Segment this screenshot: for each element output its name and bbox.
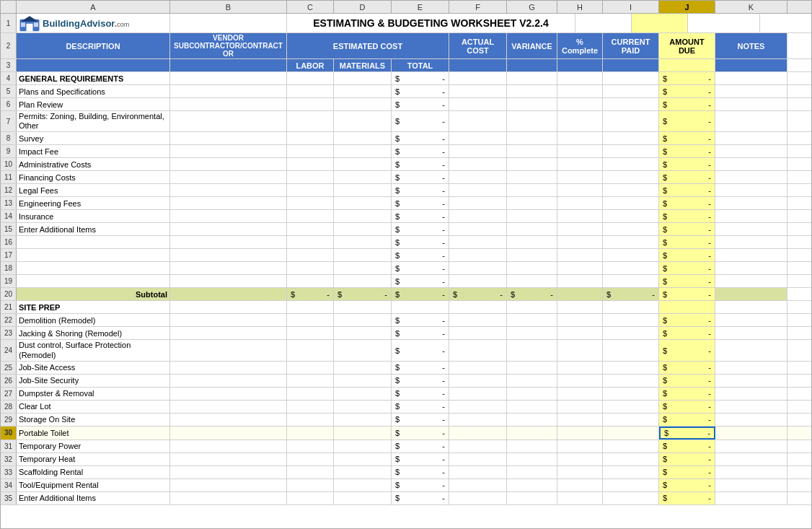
rownum-1: 1 — [1, 14, 17, 32]
rownum-15: 15 — [1, 223, 17, 235]
row-28: 28 Clear Lot $- $- — [1, 401, 811, 414]
rownum-33: 33 — [1, 466, 17, 478]
col-header-a[interactable]: A — [17, 1, 170, 13]
row-29: 29 Storage On Site $- $- — [1, 414, 811, 427]
rownum-30: 30 — [1, 427, 17, 440]
header-amount-due: AMOUNT DUE — [659, 33, 715, 58]
row-12: 12 Legal Fees $- $- — [1, 184, 811, 197]
rownum-27: 27 — [1, 388, 17, 400]
row-31: 31 Temporary Power $- $- — [1, 440, 811, 453]
rownum-34: 34 — [1, 479, 17, 491]
svg-rect-3 — [21, 22, 25, 27]
row-21: 21 SITE PREP — [1, 301, 811, 314]
rownum-25: 25 — [1, 362, 17, 374]
row1-b — [170, 14, 287, 32]
row-3: 3 LABOR MATERIALS TOTAL — [1, 59, 811, 72]
row-22: 22 Demolition (Remodel) $- $- — [1, 314, 811, 327]
rownum-20: 20 — [1, 288, 17, 300]
row-24: 24 Dust control, Surface Protection (Rem… — [1, 340, 811, 361]
rownum-14: 14 — [1, 210, 17, 222]
header-materials: MATERIALS — [334, 59, 392, 71]
row-1: 1 BuildingAdvisor.com EST — [1, 14, 811, 33]
rownum-9: 9 — [1, 145, 17, 157]
row-33: 33 Scaffolding Rental $- $- — [1, 466, 811, 479]
col-header-e[interactable]: E — [392, 1, 449, 13]
col-header-b[interactable]: B — [170, 1, 287, 13]
col-header-j[interactable]: J — [659, 1, 715, 13]
rownum-18: 18 — [1, 262, 17, 274]
rownum-35: 35 — [1, 492, 17, 504]
col-header-c[interactable]: C — [287, 1, 334, 13]
rownum-23: 23 — [1, 327, 17, 339]
rownum-19: 19 — [1, 275, 17, 287]
row-30: 30 Portable Toilet $- $- — [1, 427, 811, 440]
row-13: 13 Engineering Fees $- $- — [1, 197, 811, 210]
rownum-17: 17 — [1, 249, 17, 261]
row-2: 2 DESCRIPTION VENDOR SUBCONTRACTOR/CONTR… — [1, 33, 811, 59]
rownum-2: 2 — [1, 33, 17, 58]
header-variance: VARIANCE — [507, 33, 557, 58]
col-header-h[interactable]: H — [557, 1, 603, 13]
rownum-6: 6 — [1, 98, 17, 110]
title-cell: ESTIMATING & BUDGETING WORKSHEET V2.2.4 — [287, 14, 575, 32]
row-6: 6 Plan Review $- $- — [1, 98, 811, 111]
row-16: 16 $- $- — [1, 236, 811, 249]
column-headers: A B C D E F G H I J K — [1, 1, 811, 14]
row-15: 15 Enter Additional Items $- $- — [1, 223, 811, 236]
row3-g — [507, 59, 557, 71]
row-9: 9 Impact Fee $- $- — [1, 145, 811, 158]
header-description: DESCRIPTION — [17, 33, 170, 58]
rownum-32: 32 — [1, 453, 17, 465]
row3-f — [449, 59, 507, 71]
col-header-k[interactable]: K — [715, 1, 787, 13]
general-req-header: GENERAL REQUIREMENTS — [17, 72, 170, 84]
row-20: 20 Subtotal $- $- $- $- $- $- $- — [1, 288, 811, 301]
row-14: 14 Insurance $- $- — [1, 210, 811, 223]
rownum-29: 29 — [1, 414, 17, 426]
row3-j — [659, 59, 715, 71]
row3-a — [17, 59, 170, 71]
rownum-5: 5 — [1, 85, 17, 97]
col-header-d[interactable]: D — [334, 1, 392, 13]
rownum-13: 13 — [1, 197, 17, 209]
row1-j — [632, 14, 688, 32]
rownum-24: 24 — [1, 340, 17, 360]
header-notes: NOTES — [715, 33, 787, 58]
header-current-paid: CURRENT PAID — [603, 33, 659, 58]
header-actual-cost: ACTUAL COST — [449, 33, 507, 58]
row3-h — [557, 59, 603, 71]
rownum-31: 31 — [1, 440, 17, 453]
site-prep-header: SITE PREP — [17, 301, 170, 313]
rownum-3: 3 — [1, 59, 17, 71]
rownum-4: 4 — [1, 72, 17, 84]
row-25: 25 Job-Site Access $- $- — [1, 362, 811, 375]
header-estimated-cost: ESTIMATED COST — [287, 33, 449, 58]
col-header-f[interactable]: F — [449, 1, 507, 13]
rownum-11: 11 — [1, 171, 17, 183]
col-header-i[interactable]: I — [603, 1, 659, 13]
row-27: 27 Dumpster & Removal $- $- — [1, 388, 811, 401]
row3-i — [603, 59, 659, 71]
rownum-28: 28 — [1, 401, 17, 413]
header-percent-complete: % Complete — [557, 33, 603, 58]
rownum-7: 7 — [1, 111, 17, 131]
logo-brand: BuildingAdvisor — [43, 18, 115, 29]
svg-rect-4 — [34, 22, 38, 27]
row-7: 7 Permits: Zoning, Building, Environment… — [1, 111, 811, 132]
rownum-16: 16 — [1, 236, 17, 248]
corner-cell — [1, 1, 17, 13]
col-header-g[interactable]: G — [507, 1, 557, 13]
row-10: 10 Administrative Costs $- $- — [1, 158, 811, 171]
rownum-22: 22 — [1, 314, 17, 326]
subtotal-label: Subtotal — [17, 288, 170, 300]
rows-area: 1 BuildingAdvisor.com EST — [1, 14, 811, 505]
logo-icon — [19, 14, 40, 32]
logo-cell: BuildingAdvisor.com — [17, 14, 170, 32]
header-vendor: VENDOR SUBCONTRACTOR/CONTRACT OR — [170, 33, 287, 58]
row-19: 19 $- $- — [1, 275, 811, 288]
selected-cell-j30[interactable]: $- — [659, 427, 715, 440]
row-17: 17 $- $- — [1, 249, 811, 262]
rownum-8: 8 — [1, 132, 17, 144]
header-labor: LABOR — [287, 59, 334, 71]
svg-rect-2 — [27, 24, 33, 32]
